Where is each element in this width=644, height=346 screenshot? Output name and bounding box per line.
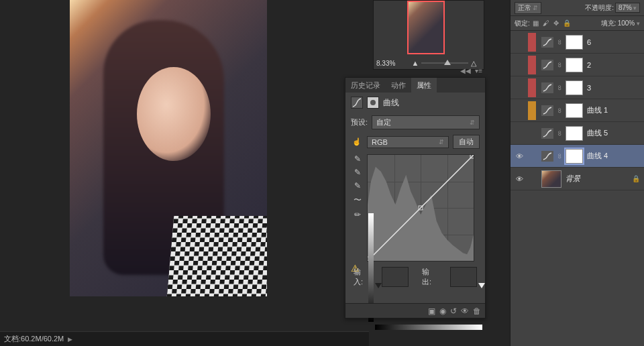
lock-all-icon[interactable]: 🔒 bbox=[563, 19, 571, 27]
properties-tabs: 历史记录 动作 属性 bbox=[345, 78, 485, 93]
visibility-toggle[interactable] bbox=[515, 83, 524, 93]
tab-properties[interactable]: 属性 bbox=[411, 78, 437, 93]
layer-color-tag bbox=[528, 124, 536, 143]
slider-track[interactable] bbox=[421, 62, 468, 64]
layer-name-label[interactable]: 3 bbox=[587, 84, 591, 92]
output-label: 输出: bbox=[422, 267, 437, 287]
navigator-zoom-slider[interactable]: ▲ △ bbox=[407, 58, 481, 68]
preset-select[interactable]: 自定 ⇵ bbox=[372, 115, 480, 129]
link-icon[interactable]: 𝟾 bbox=[557, 129, 561, 137]
status-arrow-icon[interactable]: ▶ bbox=[68, 336, 72, 343]
layer-name-label[interactable]: 曲线 1 bbox=[587, 105, 608, 115]
layer-row[interactable]: 𝟾2 bbox=[511, 54, 644, 76]
clip-to-layer-icon[interactable]: ▣ bbox=[428, 306, 435, 316]
link-icon[interactable]: 𝟾 bbox=[557, 38, 561, 46]
link-icon[interactable]: 𝟾 bbox=[557, 84, 561, 92]
layer-name-label[interactable]: 6 bbox=[587, 38, 591, 46]
visibility-toggle[interactable]: 👁 bbox=[515, 152, 524, 161]
fill-value: 100% bbox=[618, 19, 635, 27]
eyedropper-white-icon[interactable]: ✎ bbox=[354, 181, 361, 190]
properties-panel: ◀◀ ▾≡ 历史记录 动作 属性 曲线 预设: 自定 ⇵ ☝ RGB ⇵ 自动 … bbox=[345, 77, 486, 319]
visibility-toggle[interactable] bbox=[515, 129, 524, 138]
fill-field[interactable]: 100% ▾ bbox=[618, 19, 640, 27]
eyedropper-gray-icon[interactable]: ✎ bbox=[354, 168, 361, 177]
slider-knob[interactable] bbox=[444, 60, 451, 65]
layers-panel: 正常 ⇵ 不透明度: 87% ▾ 锁定: ▦ 🖌 ✥ 🔒 填充: 100% ▾ bbox=[510, 0, 644, 346]
preset-value: 自定 bbox=[376, 117, 391, 127]
input-field[interactable] bbox=[382, 267, 409, 287]
delete-adjustment-icon[interactable]: 🗑 bbox=[473, 306, 481, 316]
layer-name-label[interactable]: 背景 bbox=[566, 174, 580, 184]
layer-thumbnail[interactable] bbox=[541, 170, 561, 188]
mountain-large-icon: △ bbox=[471, 59, 476, 68]
panel-collapse-icon[interactable]: ◀◀ bbox=[460, 67, 471, 74]
tab-history[interactable]: 历史记录 bbox=[345, 78, 386, 93]
curves-graph[interactable] bbox=[367, 154, 474, 262]
channel-value: RGB bbox=[372, 138, 388, 146]
edit-points-icon[interactable]: 〜 bbox=[354, 194, 362, 206]
toggle-visibility-icon[interactable]: 👁 bbox=[461, 306, 469, 316]
layer-name-label[interactable]: 2 bbox=[587, 61, 591, 69]
auto-button[interactable]: 自动 bbox=[453, 135, 480, 149]
channel-select[interactable]: RGB ⇵ bbox=[367, 136, 449, 148]
link-icon[interactable]: 𝟾 bbox=[557, 61, 561, 69]
eyedropper-black-icon[interactable]: ✎ bbox=[354, 154, 361, 164]
layer-row[interactable]: 👁𝟾曲线 4 bbox=[511, 145, 644, 168]
black-point-slider[interactable] bbox=[375, 283, 382, 288]
lock-pixels-icon[interactable]: 🖌 bbox=[543, 19, 549, 27]
layer-mask-thumbnail[interactable] bbox=[566, 126, 583, 141]
layer-mask-thumbnail[interactable] bbox=[566, 80, 583, 95]
visibility-toggle[interactable] bbox=[515, 60, 524, 70]
input-output-row: 输入: 输出: bbox=[345, 263, 485, 291]
lock-position-icon[interactable]: ✥ bbox=[553, 19, 559, 27]
navigator-thumbnail[interactable] bbox=[407, 1, 445, 54]
navigator-zoom-value[interactable]: 8.33% bbox=[376, 60, 395, 67]
lock-transparency-icon[interactable]: ▦ bbox=[533, 19, 539, 27]
layer-mask-thumbnail[interactable] bbox=[566, 58, 583, 72]
curve-line[interactable] bbox=[368, 155, 474, 261]
document-image[interactable] bbox=[70, 0, 267, 296]
layer-row[interactable]: 𝟾6 bbox=[511, 31, 644, 54]
output-field[interactable] bbox=[450, 267, 477, 287]
curves-adjustment-icon bbox=[541, 82, 553, 93]
reset-icon[interactable]: ↺ bbox=[450, 306, 457, 316]
blend-mode-select[interactable]: 正常 ⇵ bbox=[515, 2, 541, 14]
layer-row[interactable]: 𝟾3 bbox=[511, 76, 644, 99]
canvas-area[interactable] bbox=[0, 0, 369, 329]
layer-color-tag bbox=[528, 101, 536, 120]
preset-label: 预设: bbox=[351, 117, 368, 127]
visibility-toggle[interactable]: 👁 bbox=[515, 174, 524, 184]
status-bar: 文档:60.2M/60.2M ▶ bbox=[0, 331, 369, 346]
layer-mask-thumbnail[interactable] bbox=[566, 149, 583, 164]
layer-name-label[interactable]: 曲线 4 bbox=[587, 151, 608, 161]
layer-mask-thumbnail[interactable] bbox=[566, 103, 583, 118]
panel-menu-icon[interactable]: ▾≡ bbox=[475, 67, 482, 74]
doc-size-label: 文档:60.2M/60.2M bbox=[4, 334, 64, 344]
layer-row[interactable]: 𝟾曲线 1 bbox=[511, 99, 644, 122]
link-icon[interactable]: 𝟾 bbox=[557, 107, 561, 115]
layer-row[interactable]: 👁背景🔒 bbox=[511, 168, 644, 190]
visibility-toggle[interactable] bbox=[515, 38, 524, 47]
curves-adjustment-icon bbox=[541, 151, 553, 162]
layer-row[interactable]: 𝟾曲线 5 bbox=[511, 122, 644, 145]
layer-color-tag bbox=[528, 78, 536, 97]
curves-adjustment-icon bbox=[541, 128, 553, 139]
white-point-slider[interactable] bbox=[478, 283, 485, 288]
link-icon[interactable]: 𝟾 bbox=[557, 152, 561, 160]
layer-name-label[interactable]: 曲线 5 bbox=[587, 128, 608, 138]
opacity-field[interactable]: 87% ▾ bbox=[615, 3, 640, 13]
view-previous-icon[interactable]: ◉ bbox=[439, 306, 446, 316]
visibility-toggle[interactable] bbox=[515, 106, 524, 115]
targeted-adjust-icon[interactable]: ☝ bbox=[351, 137, 363, 146]
chevron-down-icon: ▾ bbox=[637, 20, 640, 27]
opacity-label: 不透明度: bbox=[585, 3, 614, 13]
lock-label: 锁定: bbox=[515, 19, 530, 28]
curve-tools: ✎ ✎ ✎ 〜 ✏ bbox=[351, 154, 364, 262]
draw-curve-icon[interactable]: ✏ bbox=[354, 210, 361, 219]
lock-icon: 🔒 bbox=[632, 175, 640, 182]
tab-actions[interactable]: 动作 bbox=[386, 78, 411, 93]
layer-mask-thumbnail[interactable] bbox=[566, 35, 583, 50]
clipping-warning-icon[interactable]: ⚠ bbox=[351, 263, 360, 274]
clothing-pattern bbox=[167, 216, 267, 296]
adjustment-title-row: 曲线 bbox=[345, 93, 485, 113]
